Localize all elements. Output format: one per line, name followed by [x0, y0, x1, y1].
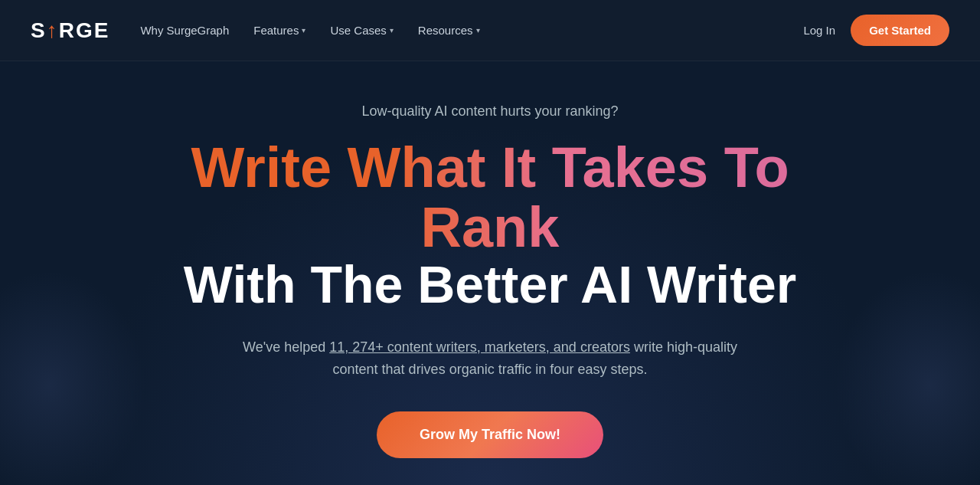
navbar-left: S↑RGE Why SurgeGraph Features ▾ Use Case… — [31, 18, 480, 43]
nav-item-features[interactable]: Features ▾ — [253, 24, 305, 37]
login-button[interactable]: Log In — [803, 24, 835, 37]
nav-item-use-cases[interactable]: Use Cases ▾ — [330, 24, 393, 37]
hero-section: Low-quality AI content hurts your rankin… — [0, 61, 980, 485]
hero-title: Write What It Takes To Rank With The Bet… — [145, 138, 835, 312]
logo[interactable]: S↑RGE — [31, 18, 109, 43]
nav-link-features[interactable]: Features ▾ — [253, 24, 305, 37]
chevron-down-icon: ▾ — [476, 26, 480, 34]
hero-subtitle: Low-quality AI content hurts your rankin… — [361, 103, 618, 120]
nav-link-label: Use Cases — [330, 24, 386, 37]
hero-title-line2: With The Better AI Writer — [145, 257, 835, 312]
chevron-down-icon: ▾ — [390, 26, 394, 34]
cta-button[interactable]: Grow My Traffic Now! — [377, 411, 603, 458]
logo-text: S↑RGE — [31, 18, 109, 43]
hero-description: We've helped 11, 274+ content writers, m… — [237, 336, 743, 381]
navbar-right: Log In Get Started — [803, 15, 949, 46]
nav-link-label: Resources — [418, 24, 473, 37]
nav-link-resources[interactable]: Resources ▾ — [418, 24, 480, 37]
nav-link-use-cases[interactable]: Use Cases ▾ — [330, 24, 393, 37]
logo-icon: ↑ — [47, 18, 59, 42]
nav-links: Why SurgeGraph Features ▾ Use Cases ▾ Re… — [140, 24, 479, 37]
hero-description-link[interactable]: 11, 274+ content writers, marketers, and… — [329, 339, 630, 355]
nav-link-why-surgegraph[interactable]: Why SurgeGraph — [140, 24, 229, 37]
nav-item-resources[interactable]: Resources ▾ — [418, 24, 480, 37]
navbar: S↑RGE Why SurgeGraph Features ▾ Use Case… — [0, 0, 980, 61]
nav-link-label: Features — [253, 24, 299, 37]
chevron-down-icon: ▾ — [302, 26, 305, 34]
nav-item-why-surgegraph[interactable]: Why SurgeGraph — [140, 24, 229, 37]
get-started-button[interactable]: Get Started — [851, 15, 949, 46]
hero-title-line1: Write What It Takes To Rank — [145, 138, 835, 257]
nav-link-label: Why SurgeGraph — [140, 24, 229, 37]
hero-description-before-link: We've helped — [243, 339, 329, 355]
